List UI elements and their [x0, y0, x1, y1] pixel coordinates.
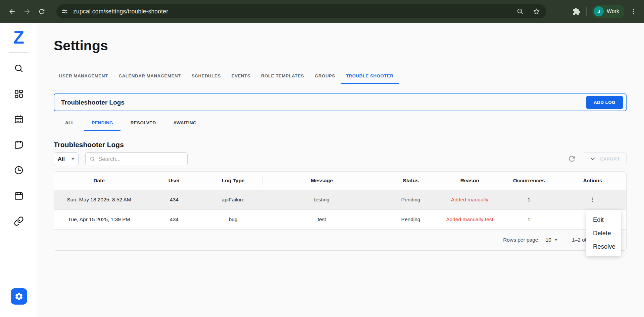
tab-trouble-shooter[interactable]: TROUBLE SHOOTER [341, 69, 399, 84]
subtab-all[interactable]: ALL [58, 116, 82, 131]
settings-tabs: USER MANAGEMENT CALENDAR MANAGEMENT SCHE… [54, 69, 627, 84]
tab-calendar-management[interactable]: CALENDAR MANAGEMENT [113, 69, 186, 84]
row-actions-menu: Edit Delete Resolve [586, 210, 621, 256]
reload-icon [38, 8, 46, 15]
menu-item-resolve[interactable]: Resolve [586, 240, 621, 253]
col-date: Date [54, 172, 144, 190]
col-log-type: Log Type [204, 172, 262, 190]
subtab-pending[interactable]: PENDING [84, 116, 120, 131]
cell-occurrences: 1 [499, 190, 558, 210]
app-logo[interactable]: Z [13, 28, 24, 47]
cell-user: 434 [144, 210, 204, 230]
profile-name: Work [607, 8, 619, 14]
table-pagination: Rows per page: 10 1–2 of 2 [54, 230, 626, 250]
rows-per-page-value: 10 [546, 237, 551, 243]
troubleshooter-panel: Troubleshooter Logs ADD LOG [54, 93, 627, 111]
bookmark-star-icon[interactable] [533, 8, 540, 15]
app-sidebar: Z [0, 23, 38, 317]
cell-reason: Added manually [440, 190, 499, 210]
subtab-awaiting[interactable]: AWAITING [166, 116, 204, 131]
search-icon [90, 156, 95, 162]
browser-toolbar: zupcal.com/settings/trouble-shooter J Wo [0, 0, 644, 23]
toolbar-divider [586, 7, 587, 16]
back-button[interactable] [5, 4, 19, 19]
tab-groups[interactable]: GROUPS [309, 69, 341, 84]
site-info-button[interactable] [59, 6, 70, 17]
col-message: Message [262, 172, 382, 190]
filter-row: All EXPORT [54, 152, 627, 165]
chevron-down-icon [589, 155, 596, 162]
rows-per-page-label: Rows per page: [503, 237, 540, 243]
zoom-icon[interactable] [516, 8, 524, 15]
dashboard-icon [14, 89, 24, 99]
table-row[interactable]: Tue, Apr 15 2025, 1:39 PM 434 bug test P… [54, 210, 626, 230]
refresh-icon[interactable] [567, 154, 576, 163]
search-box [85, 152, 188, 165]
extensions-icon[interactable] [572, 7, 581, 16]
sidebar-item-search[interactable] [14, 63, 24, 73]
screen: zupcal.com/settings/trouble-shooter J Wo [0, 0, 644, 317]
tab-role-templates[interactable]: ROLE TEMPLATES [256, 69, 309, 84]
menu-item-edit[interactable]: Edit [586, 213, 621, 227]
col-reason: Reason [440, 172, 499, 190]
browser-menu-icon [630, 8, 637, 15]
panel-title: Troubleshooter Logs [61, 99, 125, 106]
subtab-resolved[interactable]: RESOLVED [123, 116, 163, 131]
cell-occurrences: 1 [499, 210, 558, 230]
reload-button[interactable] [34, 4, 49, 19]
cell-status: Pending [381, 190, 440, 210]
cell-date: Tue, Apr 15 2025, 1:39 PM [54, 210, 144, 230]
sidebar-item-settings[interactable] [11, 288, 27, 305]
sidebar-item-calendar-check[interactable] [14, 140, 24, 150]
clock-icon [14, 165, 24, 175]
sidebar-item-clock[interactable] [14, 165, 24, 175]
sidebar-item-dashboard[interactable] [14, 89, 24, 99]
calendar-check-icon [14, 140, 24, 150]
col-occurrences: Occurrences [499, 172, 558, 190]
tab-user-management[interactable]: USER MANAGEMENT [54, 69, 113, 84]
back-icon [8, 8, 16, 15]
settings-gear-icon [14, 292, 23, 301]
tab-schedules[interactable]: SCHEDULES [186, 69, 226, 84]
site-info-icon [61, 8, 68, 15]
cell-status: Pending [381, 210, 440, 230]
cell-user: 434 [144, 190, 204, 210]
link-icon [14, 216, 24, 226]
forward-button[interactable] [19, 4, 34, 19]
status-subtabs: ALL PENDING RESOLVED AWAITING [54, 116, 627, 131]
cell-log-type: apiFailure [204, 190, 262, 210]
table-row[interactable]: Sun, May 18 2025, 8:52 AM 434 apiFailure… [54, 190, 626, 210]
forward-icon [23, 8, 31, 15]
type-filter-select[interactable]: All [54, 152, 79, 165]
cell-message: testing [262, 190, 382, 210]
add-log-button[interactable]: ADD LOG [586, 96, 623, 109]
address-bar[interactable]: zupcal.com/settings/trouble-shooter [56, 4, 546, 18]
caret-down-icon [71, 158, 75, 160]
menu-item-delete[interactable]: Delete [586, 227, 621, 240]
sidebar-item-link[interactable] [14, 216, 24, 226]
browser-menu-button[interactable] [627, 5, 640, 18]
cell-date: Sun, May 18 2025, 8:52 AM [54, 190, 144, 210]
col-user: User [144, 172, 204, 190]
search-icon [14, 63, 24, 73]
calendar-month-icon [14, 114, 24, 124]
sidebar-item-calendar[interactable] [14, 191, 24, 201]
tab-events[interactable]: EVENTS [226, 69, 256, 84]
row-actions-button[interactable] [587, 194, 598, 205]
table-header-row: Date User Log Type Message Status Reason… [54, 172, 626, 190]
caret-down-icon [554, 239, 558, 241]
logs-table: Date User Log Type Message Status Reason… [54, 171, 627, 251]
rows-per-page-select[interactable]: 10 [546, 237, 558, 243]
cell-actions [559, 190, 626, 210]
url-text[interactable]: zupcal.com/settings/trouble-shooter [73, 8, 168, 15]
profile-chip[interactable]: J Work [592, 5, 625, 18]
export-button[interactable]: EXPORT [583, 152, 627, 165]
cell-log-type: bug [204, 210, 262, 230]
calendar-icon [14, 191, 24, 201]
kebab-menu-icon [589, 196, 596, 203]
sidebar-item-calendar-month[interactable] [14, 114, 24, 124]
section-title: Troubleshooter Logs [54, 141, 627, 149]
search-input[interactable] [98, 156, 183, 162]
main-content: Settings USER MANAGEMENT CALENDAR MANAGE… [38, 23, 644, 317]
profile-avatar: J [594, 6, 604, 16]
